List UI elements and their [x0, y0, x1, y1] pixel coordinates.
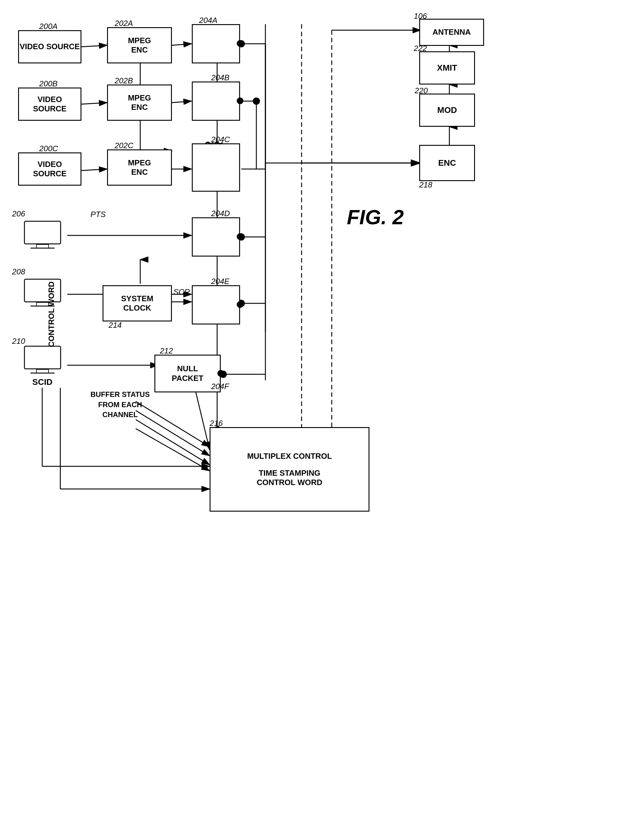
ref-208: 208: [12, 267, 25, 276]
mpeg-enc-b: MPEGENC: [107, 85, 172, 121]
ref-204e: 204E: [211, 277, 230, 286]
enc: ENC: [419, 145, 475, 181]
dot-204e: [237, 301, 243, 308]
buf-204b: [192, 82, 240, 121]
svg-rect-64: [24, 346, 61, 369]
ref-204a: 204A: [199, 16, 217, 25]
pts-label: PTS: [90, 210, 106, 219]
dot-204b: [237, 98, 243, 104]
svg-line-48: [136, 420, 210, 465]
svg-line-6: [172, 44, 192, 45]
mod: MOD: [419, 93, 475, 127]
ref-200b: 200B: [39, 79, 58, 88]
ref-212: 212: [160, 346, 173, 355]
dot-204a: [237, 40, 243, 47]
computer-208: [17, 275, 67, 313]
antenna: ANTENNA: [419, 19, 484, 46]
ref-214: 214: [109, 321, 121, 330]
mpeg-enc-a: MPEGENC: [107, 27, 172, 63]
ref-218: 218: [419, 180, 432, 189]
svg-rect-65: [36, 369, 49, 373]
ref-204c: 204C: [211, 135, 230, 144]
buf-204e: [192, 285, 240, 324]
figure-2-label: FIG. 2: [347, 205, 404, 229]
ref-204f: 204F: [211, 382, 229, 391]
ref-216: 216: [210, 418, 222, 428]
video-source-c: VIDEOSOURCE: [18, 152, 82, 186]
buf-204a: [192, 24, 240, 63]
svg-line-7: [82, 103, 107, 104]
ref-210: 210: [12, 336, 25, 346]
xmit: XMIT: [419, 51, 475, 85]
computer-210-icon: [21, 345, 64, 376]
ref-204d: 204D: [211, 209, 230, 218]
svg-line-9: [82, 169, 107, 171]
video-source-a: VIDEO SOURCE: [18, 30, 82, 63]
svg-line-49: [136, 429, 210, 471]
system-clock: SYSTEMCLOCK: [102, 285, 172, 321]
svg-point-15: [253, 98, 260, 105]
dot-204d: [237, 233, 243, 240]
buffer-status-label: BUFFER STATUSFROM EACHCHANNEL: [90, 389, 150, 420]
svg-rect-58: [24, 221, 61, 244]
ref-106: 106: [414, 11, 427, 21]
buf-204c: 〜〜: [192, 144, 240, 192]
ref-200c: 200C: [39, 144, 58, 153]
ref-202c: 202C: [115, 141, 133, 150]
video-source-b: VIDEOSOURCE: [18, 87, 82, 121]
computer-208-icon: [21, 278, 64, 309]
control-word-label: CONTROL WORD: [47, 281, 56, 347]
computer-206-icon: [21, 220, 64, 251]
computer-210: SCID: [17, 344, 67, 388]
scr-label: SCR: [173, 287, 190, 297]
ref-206: 206: [12, 209, 25, 218]
mpeg-enc-c: MPEGENC: [107, 149, 172, 186]
ref-202b: 202B: [115, 76, 133, 85]
ref-204b: 204B: [211, 73, 230, 82]
mux-control: MULTIPLEX CONTROL TIME STAMPINGCONTROL W…: [210, 427, 369, 512]
computer-206: [17, 217, 67, 254]
buf-204d: [192, 217, 240, 257]
svg-line-5: [82, 45, 107, 47]
svg-rect-59: [36, 245, 49, 248]
ref-200a: 200A: [39, 22, 58, 31]
svg-line-8: [172, 101, 192, 103]
ref-220: 220: [415, 86, 428, 95]
null-packet: NULLPACKET: [154, 355, 221, 392]
dot-204f: [217, 370, 224, 377]
ref-202a: 202A: [115, 19, 133, 28]
